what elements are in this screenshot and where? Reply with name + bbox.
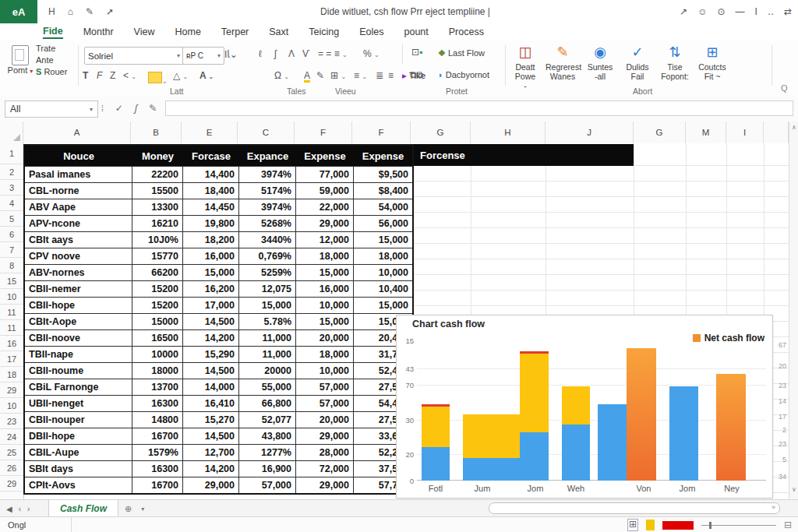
table-cell[interactable]: 15,270 (183, 412, 239, 428)
borders-icon[interactable]: I𝗅⌄ (224, 50, 238, 59)
ante-button[interactable]: Ante (36, 55, 67, 65)
row-number[interactable]: 16 (0, 336, 23, 351)
last-flow-button[interactable]: ❖ Last Flow (438, 48, 485, 58)
row-number[interactable]: 18 (0, 367, 23, 382)
ribbon-tab-saxt[interactable]: Saxt (269, 26, 288, 37)
table-cell[interactable]: 18,200 (183, 232, 239, 248)
table-cell[interactable]: 16,000 (183, 248, 239, 264)
table-cell[interactable]: 15,000 (296, 265, 354, 280)
table-cell[interactable]: 12,075 (239, 281, 296, 297)
table-row[interactable]: CBIt aays10J0%18,2003440%12,00015,000 (25, 231, 412, 248)
row-number[interactable]: 5 (0, 211, 23, 227)
column-header-m-10[interactable]: M (686, 122, 726, 143)
table-cell[interactable]: CBIl-noume (25, 363, 132, 379)
table-row[interactable]: ABV Aape1330014,4503974%22,00054,000 (25, 199, 412, 215)
list-icon[interactable]: ≣ (376, 71, 383, 80)
column-header-c-3[interactable]: C (238, 122, 295, 143)
zoom-slider[interactable] (701, 520, 776, 530)
table-row[interactable]: CBIl-nouper1480015,27052,07720,00027,500 (25, 411, 412, 428)
table-cell[interactable]: 16700 (132, 428, 183, 444)
ribbon-tab-monthr[interactable]: Monthr (83, 26, 114, 37)
table-cell[interactable]: 1277% (239, 445, 296, 460)
underline-color-icon[interactable]: A (304, 71, 310, 83)
table-cell[interactable]: 29,000 (296, 216, 354, 231)
percent-style-icon[interactable]: % ⌄ (363, 49, 380, 58)
table-cell[interactable]: 77,000 (296, 167, 354, 182)
table-cell[interactable]: 14,200 (183, 461, 239, 477)
home-icon[interactable]: ⌂ (68, 7, 73, 16)
ribbon-tab-pount[interactable]: pount (404, 26, 428, 37)
table-cell[interactable]: 72,000 (296, 461, 354, 477)
table-cell[interactable]: 43,800 (239, 428, 296, 444)
table-cell[interactable]: 14,400 (183, 167, 239, 182)
column-header-a-0[interactable]: A (23, 122, 131, 143)
ribbon-tab-process[interactable]: Process (449, 26, 484, 37)
table-cell[interactable]: 16,900 (239, 461, 296, 477)
enter-icon[interactable]: ✓ (115, 103, 123, 114)
rouer-button[interactable]: S Rouer (36, 67, 67, 76)
save-icon[interactable]: H (48, 7, 55, 16)
table-cell[interactable]: 5259% (239, 265, 296, 280)
table-cell[interactable]: 22200 (132, 167, 183, 182)
symbol-icon[interactable]: Ω ⌄ (274, 71, 289, 80)
add-sheet-icon[interactable]: ⊕ (125, 504, 132, 514)
row-number[interactable]: 10 (0, 289, 23, 305)
table-cell[interactable]: $8,400 (354, 183, 412, 199)
table-cell[interactable]: 54,000 (354, 199, 412, 215)
table-cell[interactable]: 10,400 (354, 281, 412, 297)
zoom-fit-icon[interactable]: ⊟ (784, 520, 792, 530)
ribbon-tab-fide[interactable]: Fide (43, 26, 63, 39)
column-header-g-9[interactable]: G (634, 122, 686, 143)
panes-icon[interactable]: ⧉⧉ (410, 70, 423, 79)
table-cell[interactable]: 16,200 (183, 281, 239, 297)
table-cell[interactable]: 16700 (132, 477, 183, 493)
table-row[interactable]: CBIt-Aope1500014,5005.78%15,00015,000 (25, 313, 412, 329)
row-number[interactable]: 3 (0, 180, 23, 196)
table-cell[interactable]: 18000 (132, 363, 183, 379)
account-icon[interactable]: ☺ (697, 6, 707, 17)
prev-sheet-icon[interactable]: ‹ (19, 505, 21, 513)
ribbon-tab-view[interactable]: View (134, 26, 155, 37)
table-cell[interactable]: 1579% (132, 445, 183, 460)
more-icon[interactable]: ‥ (768, 6, 774, 17)
table-cell[interactable]: 15,000 (296, 314, 354, 329)
clock-icon[interactable]: ⊙ (718, 6, 726, 17)
table-cell[interactable]: 15,000 (354, 232, 412, 248)
table-cell[interactable]: 3974% (239, 167, 296, 182)
strike-icon[interactable]: < ⌄ (123, 71, 136, 80)
table-cell[interactable]: 15000 (132, 314, 183, 329)
column-header-b-1[interactable]: B (131, 122, 182, 143)
table-cell[interactable]: 29,000 (296, 428, 354, 444)
table-cell[interactable]: 16210 (132, 216, 183, 231)
search-icon[interactable]: Q (781, 83, 788, 93)
row-number[interactable]: 15 (0, 273, 23, 289)
row-number[interactable]: 23 (0, 414, 23, 429)
table-row[interactable]: APV-ncone1621019,8005268%29,00056,000 (25, 215, 412, 231)
cash-flow-chart[interactable]: Chart cash flow Net cash flow 1543703020… (396, 315, 773, 499)
table-cell[interactable]: CBIl-noove (25, 330, 132, 346)
underline-icon[interactable]: Z (110, 71, 115, 80)
undo-pen-icon[interactable]: ✎ (86, 7, 94, 16)
column-header-e-2[interactable]: E (182, 122, 238, 143)
row-number[interactable]: 11 (0, 305, 23, 320)
shape-icon[interactable]: △ ⌄ (173, 71, 188, 80)
table-cell[interactable]: 18,400 (183, 183, 239, 199)
grid-canvas[interactable]: 123456781510111116171829102324252629 For… (0, 143, 798, 499)
table-cell[interactable]: 20,000 (296, 330, 354, 346)
align-lines-icon[interactable]: = = ≡ ⌄ (318, 49, 348, 58)
table-cell[interactable]: DBIl-hope (25, 428, 132, 444)
table-row[interactable]: DBIl-hope1670014,50043,80029,00033,600 (25, 428, 412, 444)
name-box[interactable]: All ▾ (5, 100, 98, 118)
table-cell[interactable]: 16,410 (183, 396, 239, 411)
row-number[interactable]: 29 (0, 476, 23, 491)
table-cell[interactable]: 16,000 (296, 281, 354, 297)
table-cell[interactable]: 14,500 (183, 428, 239, 444)
select-all-corner[interactable] (0, 122, 23, 143)
table-cell[interactable]: APV-ncone (25, 216, 132, 231)
table-cell[interactable]: 16300 (132, 461, 183, 477)
row-number[interactable]: 7 (0, 242, 23, 258)
table-cell[interactable]: 66200 (132, 265, 183, 280)
vertical-scrollbar[interactable]: ∧ ∨ (789, 122, 798, 499)
table-cell[interactable]: CBL-norne (25, 183, 132, 199)
table-cell[interactable]: CBIt-Aope (25, 314, 132, 329)
